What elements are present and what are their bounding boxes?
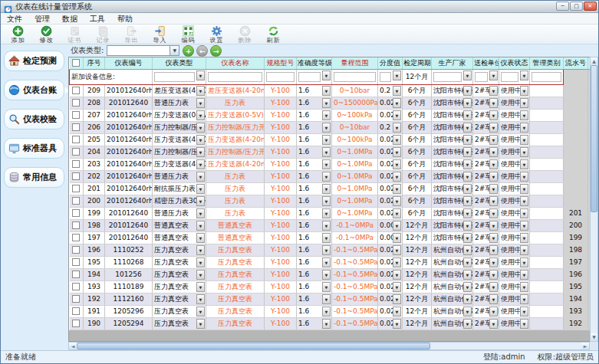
filter-next-button[interactable]: → bbox=[210, 45, 222, 57]
chevron-down-icon[interactable]: ▼ bbox=[393, 196, 401, 206]
chevron-down-icon[interactable]: ▼ bbox=[196, 184, 205, 194]
chevron-down-icon[interactable]: ▼ bbox=[463, 245, 472, 255]
row-checkbox[interactable] bbox=[72, 234, 80, 241]
toolbar-add-button[interactable]: 添加 bbox=[4, 25, 32, 44]
chevron-down-icon[interactable]: ▼ bbox=[393, 257, 401, 267]
column-header-serial[interactable]: 流水号 bbox=[564, 57, 588, 69]
scroll-up-icon[interactable]: ▲ bbox=[591, 57, 597, 65]
chevron-down-icon[interactable]: ▼ bbox=[463, 184, 472, 194]
chevron-down-icon[interactable]: ▼ bbox=[489, 307, 498, 316]
insert-range-input[interactable] bbox=[334, 72, 376, 82]
chevron-down-icon[interactable]: ▼ bbox=[463, 147, 472, 157]
chevron-down-icon[interactable]: ▼ bbox=[489, 196, 498, 206]
chevron-down-icon[interactable]: ▼ bbox=[520, 270, 528, 280]
instrument-type-dropdown[interactable]: ▼ bbox=[107, 45, 179, 56]
chevron-down-icon[interactable]: ▼ bbox=[489, 245, 498, 255]
row-checkbox[interactable] bbox=[72, 320, 80, 327]
table-row[interactable]: 204201012640rhfrhy▼压力控制器/压力开压力控制器/压力开关Y-… bbox=[70, 146, 591, 158]
chevron-down-icon[interactable]: ▼ bbox=[322, 307, 331, 316]
chevron-down-icon[interactable]: ▼ bbox=[196, 294, 205, 304]
horizontal-scrollbar[interactable]: ◄ ► bbox=[68, 342, 590, 350]
chevron-down-icon[interactable]: ▼ bbox=[489, 147, 498, 157]
chevron-down-icon[interactable]: ▼ bbox=[520, 196, 528, 206]
chevron-down-icon[interactable]: ▼ bbox=[463, 233, 472, 243]
scroll-down-icon[interactable]: ▼ bbox=[591, 333, 597, 341]
chevron-down-icon[interactable]: ▼ bbox=[393, 221, 401, 231]
chevron-down-icon[interactable]: ▼ bbox=[196, 307, 205, 316]
table-row[interactable]: 1931110189▼压力真空表压力真空表Y-100▼1.6-0.1~0.5MP… bbox=[70, 280, 591, 293]
chevron-down-icon[interactable]: ▼ bbox=[322, 294, 331, 304]
chevron-down-icon[interactable]: ▼ bbox=[393, 172, 401, 182]
chevron-down-icon[interactable]: ▼ bbox=[322, 208, 331, 218]
chevron-down-icon[interactable]: ▼ bbox=[520, 221, 528, 231]
chevron-down-icon[interactable]: ▼ bbox=[196, 257, 205, 267]
row-checkbox[interactable] bbox=[72, 136, 80, 143]
row-checkbox[interactable] bbox=[72, 271, 80, 278]
chevron-down-icon[interactable]: ▼ bbox=[520, 319, 528, 329]
scroll-left-icon[interactable]: ◄ bbox=[69, 343, 77, 349]
row-checkbox[interactable] bbox=[72, 123, 80, 131]
chevron-down-icon[interactable]: ▼ bbox=[520, 208, 528, 218]
insert-maker-input[interactable] bbox=[433, 72, 462, 82]
vertical-scroll-thumb[interactable] bbox=[591, 65, 597, 212]
toolbar-modify-button[interactable]: 修改 bbox=[32, 25, 61, 44]
chevron-down-icon[interactable]: ▼ bbox=[196, 159, 205, 169]
chevron-down-icon[interactable]: ▼ bbox=[463, 270, 472, 280]
chevron-down-icon[interactable]: ▼ bbox=[196, 208, 205, 218]
chevron-down-icon[interactable]: ▼ bbox=[463, 86, 472, 96]
chevron-down-icon[interactable]: ▼ bbox=[520, 147, 528, 157]
chevron-down-icon[interactable]: ▼ bbox=[196, 233, 205, 243]
chevron-down-icon[interactable]: ▼ bbox=[322, 159, 331, 169]
column-header-no[interactable]: 序号 bbox=[84, 57, 105, 69]
chevron-down-icon[interactable]: ▼ bbox=[322, 98, 331, 108]
insert-name-input[interactable] bbox=[208, 72, 262, 82]
chevron-down-icon[interactable]: ▼ bbox=[393, 86, 401, 96]
chevron-down-icon[interactable]: ▼ bbox=[322, 270, 331, 280]
chevron-down-icon[interactable]: ▼ bbox=[520, 135, 528, 145]
column-header-unit[interactable]: 送检单位 bbox=[473, 57, 499, 69]
chevron-down-icon[interactable]: ▼ bbox=[489, 294, 498, 304]
chevron-down-icon[interactable]: ▼ bbox=[196, 319, 205, 329]
toolbar-import-button[interactable]: 导入 bbox=[146, 25, 174, 44]
menu-item-tools[interactable]: 工具 bbox=[84, 13, 111, 25]
toolbar-settings-button[interactable]: 设置 bbox=[202, 25, 231, 44]
minimize-button[interactable]: ─ bbox=[556, 2, 569, 11]
chevron-down-icon[interactable]: ▼ bbox=[393, 319, 401, 329]
chevron-down-icon[interactable]: ▼ bbox=[489, 71, 498, 80]
chevron-down-icon[interactable]: ▼ bbox=[322, 86, 331, 96]
chevron-down-icon[interactable]: ▼ bbox=[463, 208, 472, 218]
chevron-down-icon[interactable]: ▼ bbox=[463, 71, 472, 80]
chevron-down-icon[interactable]: ▼ bbox=[196, 282, 205, 292]
toolbar-refresh-button[interactable]: 刷新 bbox=[259, 25, 288, 44]
chevron-down-icon[interactable]: ▼ bbox=[520, 233, 528, 243]
column-header-name[interactable]: 仪表名称 bbox=[206, 57, 265, 69]
chevron-down-icon[interactable]: ▼ bbox=[489, 282, 498, 292]
chevron-down-icon[interactable]: ▼ bbox=[322, 71, 331, 80]
chevron-down-icon[interactable]: ▼ bbox=[520, 245, 528, 255]
table-row[interactable]: 1951110268▼压力真空表压力真空表Y-100▼1.6-0.1~0.5MP… bbox=[70, 256, 591, 268]
table-row[interactable]: 194101256▼压力真空表压力真空表Y-100▼1.6-0.1~0.5MPa… bbox=[70, 268, 591, 280]
chevron-down-icon[interactable]: ▼ bbox=[489, 159, 498, 169]
table-row[interactable]: 1911205296▼压力真空表压力真空表Y-100▼1.6-0.1~0.5MP… bbox=[70, 305, 591, 317]
chevron-down-icon[interactable]: ▼ bbox=[520, 86, 528, 96]
chevron-down-icon[interactable]: ▼ bbox=[196, 123, 205, 133]
toolbar-encode-button[interactable]: 编码 bbox=[174, 25, 202, 44]
chevron-down-icon[interactable]: ▼ bbox=[463, 98, 472, 108]
chevron-down-icon[interactable]: ▼ bbox=[393, 307, 401, 316]
row-checkbox[interactable] bbox=[72, 197, 80, 205]
insert-unit-input[interactable] bbox=[475, 72, 488, 82]
chevron-down-icon[interactable]: ▼ bbox=[520, 172, 528, 182]
chevron-down-icon[interactable]: ▼ bbox=[520, 294, 528, 304]
chevron-down-icon[interactable]: ▼ bbox=[489, 135, 498, 145]
menu-item-file[interactable]: 文件 bbox=[1, 13, 28, 25]
row-checkbox[interactable] bbox=[72, 99, 80, 107]
table-row[interactable]: 197201012640▼普通真空表普通真空表Y-100▼1.6-0.1~0MP… bbox=[70, 231, 591, 244]
row-checkbox[interactable] bbox=[72, 185, 80, 192]
row-checkbox[interactable] bbox=[72, 111, 80, 119]
column-header-range[interactable]: 量程范围 bbox=[332, 57, 378, 69]
sidebar-item-ledger[interactable]: 仪表台账 bbox=[4, 80, 64, 100]
chevron-down-icon[interactable]: ▼ bbox=[196, 270, 205, 280]
insert-accuracy-input[interactable] bbox=[298, 72, 321, 82]
table-row[interactable]: 199201012640▼普通压力表压力表Y-100▼1.60~1.0MPa▼0… bbox=[70, 207, 591, 219]
row-checkbox[interactable] bbox=[72, 307, 80, 315]
